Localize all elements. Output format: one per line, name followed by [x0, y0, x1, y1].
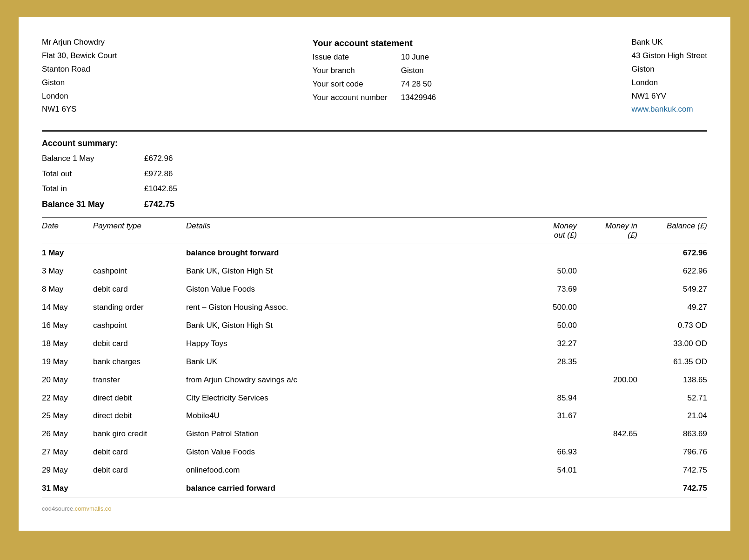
col-money-in	[582, 355, 642, 369]
col-balance: 742.75	[642, 482, 707, 495]
col-details: rent – Giston Housing Assoc.	[186, 301, 521, 314]
col-payment-type: debit card	[93, 464, 186, 477]
col-balance: 796.76	[642, 446, 707, 459]
customer-address-line1: Flat 30, Bewick Court	[42, 49, 117, 63]
col-money-out: 73.69	[521, 283, 582, 296]
col-money-out: 28.35	[521, 355, 582, 369]
col-details: Bank UK	[186, 355, 521, 369]
summary-row: Balance 1 May£672.96	[42, 151, 707, 166]
col-payment-type	[93, 482, 186, 495]
col-money-in	[582, 337, 642, 351]
col-date: 29 May	[42, 464, 93, 477]
issue-label: Issue date	[313, 51, 392, 64]
branch-row: Your branch Giston	[313, 64, 436, 78]
col-date: 25 May	[42, 409, 93, 423]
sort-label: Your sort code	[313, 78, 392, 91]
col-payment-type: debit card	[93, 446, 186, 459]
bank-address-line2: Giston	[631, 63, 707, 76]
col-payment-type: direct debit	[93, 409, 186, 423]
col-money-in: 200.00	[582, 373, 642, 387]
watermark-text3: vmalls.co	[86, 505, 111, 512]
col-date: 8 May	[42, 283, 93, 296]
col-payment-type: cashpoint	[93, 319, 186, 333]
bank-address-line1: 43 Giston High Street	[631, 49, 707, 63]
col-money-out: 85.94	[521, 392, 582, 405]
col-balance: 138.65	[642, 373, 707, 387]
col-details: balance brought forward	[186, 247, 521, 260]
col-payment-type: standing order	[93, 301, 186, 314]
col-balance: 549.27	[642, 283, 707, 296]
col-details: Bank UK, Giston High St	[186, 319, 521, 333]
col-money-in	[582, 247, 642, 260]
table-row: 31 Maybalance carried forward742.75	[42, 480, 707, 498]
col-money-in	[582, 464, 642, 477]
th-balance: Balance (£)	[642, 221, 707, 240]
bank-name: Bank UK	[631, 36, 707, 49]
col-details: Giston Value Foods	[186, 446, 521, 459]
col-details: onlinefood.com	[186, 464, 521, 477]
col-money-out	[521, 373, 582, 387]
col-details: Bank UK, Giston High St	[186, 265, 521, 278]
issue-date-row: Issue date 10 June	[313, 51, 436, 64]
col-details: Mobile4U	[186, 409, 521, 423]
col-details: from Arjun Chowdry savings a/c	[186, 373, 521, 387]
table-row: 18 Maydebit cardHappy Toys32.2733.00 OD	[42, 335, 707, 353]
col-date: 14 May	[42, 301, 93, 314]
summary-row-label: Total in	[42, 181, 144, 196]
summary-row-value: £672.96	[144, 151, 200, 166]
statement-info: Your account statement Issue date 10 Jun…	[313, 36, 436, 116]
branch-value: Giston	[401, 64, 424, 78]
customer-name: Mr Arjun Chowdry	[42, 36, 117, 49]
col-balance: 49.27	[642, 301, 707, 314]
table-body: 1 Maybalance brought forward672.963 Mayc…	[42, 244, 707, 498]
summary-row-value: £972.86	[144, 167, 200, 181]
col-date: 31 May	[42, 482, 93, 495]
th-money-in: Money in (£)	[582, 221, 642, 240]
col-payment-type: transfer	[93, 373, 186, 387]
table-row: 14 Maystanding orderrent – Giston Housin…	[42, 299, 707, 317]
bank-address-line4: NW1 6YV	[631, 90, 707, 103]
customer-address: Mr Arjun Chowdry Flat 30, Bewick Court S…	[42, 36, 117, 116]
table-row: 25 Maydirect debitMobile4U31.6721.04	[42, 407, 707, 425]
col-payment-type: direct debit	[93, 392, 186, 405]
table-row: 22 Maydirect debitCity Electricity Servi…	[42, 389, 707, 407]
issue-value: 10 June	[401, 51, 429, 64]
col-date: 19 May	[42, 355, 93, 369]
table-row: 19 Maybank chargesBank UK28.3561.35 OD	[42, 353, 707, 371]
col-balance: 0.73 OD	[642, 319, 707, 333]
col-date: 26 May	[42, 427, 93, 441]
summary-row: Total in£1042.65	[42, 181, 707, 196]
col-balance: 33.00 OD	[642, 337, 707, 351]
col-date: 18 May	[42, 337, 93, 351]
col-details: Happy Toys	[186, 337, 521, 351]
summary-row-value: £1042.65	[144, 181, 200, 196]
table-row: 16 MaycashpointBank UK, Giston High St50…	[42, 317, 707, 335]
col-balance: 672.96	[642, 247, 707, 260]
col-payment-type: debit card	[93, 283, 186, 296]
table-row: 3 MaycashpointBank UK, Giston High St50.…	[42, 262, 707, 280]
summary-row-label: Balance 31 May	[42, 196, 144, 212]
col-balance: 742.75	[642, 464, 707, 477]
account-number-row: Your account number 13429946	[313, 91, 436, 105]
table-row: 1 Maybalance brought forward672.96	[42, 244, 707, 262]
bank-address-line3: London	[631, 76, 707, 90]
col-payment-type: bank giro credit	[93, 427, 186, 441]
col-money-in	[582, 392, 642, 405]
col-money-out: 50.00	[521, 265, 582, 278]
col-balance: 52.71	[642, 392, 707, 405]
col-money-out: 32.27	[521, 337, 582, 351]
customer-address-line4: London	[42, 90, 117, 103]
col-money-in	[582, 319, 642, 333]
th-money-in-line2: (£)	[582, 231, 637, 240]
summary-row: Total out£972.86	[42, 167, 707, 181]
customer-address-line3: Giston	[42, 76, 117, 90]
col-money-out: 54.01	[521, 464, 582, 477]
bank-website[interactable]: www.bankuk.com	[631, 105, 693, 113]
col-money-out: 50.00	[521, 319, 582, 333]
th-money-out-line2: out (£)	[521, 231, 577, 240]
watermark-text2: .com	[73, 505, 86, 512]
summary-rows: Balance 1 May£672.96Total out£972.86Tota…	[42, 151, 707, 212]
table-row: 8 Maydebit cardGiston Value Foods73.6954…	[42, 280, 707, 299]
col-balance: 61.35 OD	[642, 355, 707, 369]
col-money-out: 66.93	[521, 446, 582, 459]
